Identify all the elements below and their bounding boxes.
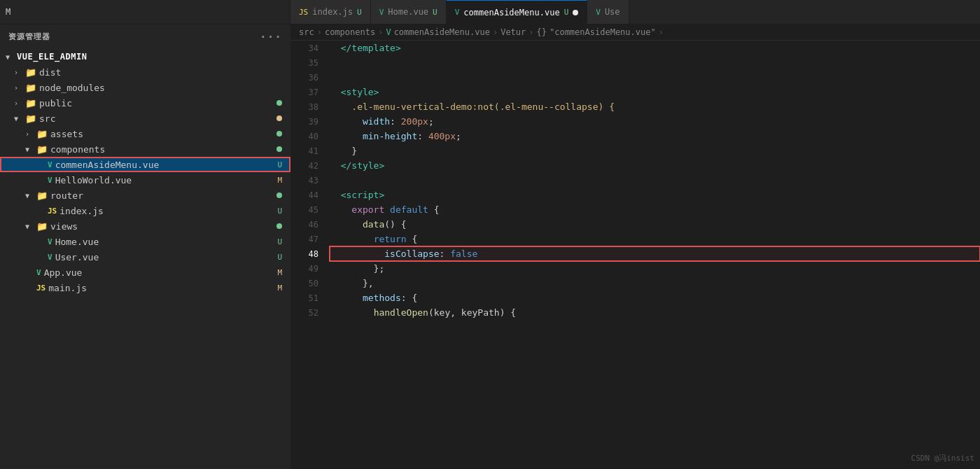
code-token: default — [390, 202, 428, 217]
crumb-src: src — [299, 27, 314, 37]
sidebar-item-main-js[interactable]: JS main.js M — [0, 280, 290, 295]
file-tree: ▼ VUE_ELE_ADMIN › 📁 dist › 📁 node_module… — [0, 49, 290, 469]
chevron-down-icon: ▼ — [25, 223, 34, 230]
tree-item-label: public — [39, 98, 274, 108]
tab-user-vue[interactable]: V Use — [587, 0, 629, 24]
tree-item-label: components — [50, 144, 274, 155]
chevron-down-icon: ▼ — [25, 192, 34, 200]
js-file-icon: JS — [36, 284, 46, 293]
tree-root[interactable]: ▼ VUE_ELE_ADMIN — [0, 49, 290, 64]
code-token: </style> — [341, 158, 385, 173]
code-line-48: isCollapse: false — [330, 246, 980, 261]
code-token — [330, 232, 374, 246]
tree-item-label: router — [50, 190, 274, 201]
sidebar-item-commen-aside-menu[interactable]: V commenAsideMenu.vue U — [0, 157, 290, 172]
code-token: .el-menu-vertical-demo:not(.el-menu--col… — [330, 99, 615, 114]
sidebar-item-router-index[interactable]: JS index.js U — [0, 203, 290, 218]
chevron-right-icon: › — [25, 130, 34, 138]
modified-dot — [276, 192, 282, 198]
code-line-41: } — [330, 144, 980, 158]
code-line-42: </style> — [330, 158, 980, 173]
sidebar-item-assets[interactable]: › 📁 assets — [0, 126, 290, 141]
tab-commen-aside[interactable]: V commenAsideMenu.vue U — [447, 0, 588, 24]
tab-bar-left-label: M — [6, 7, 10, 17]
tabs-container: JS index.js U V Home.vue U V commenAside… — [290, 0, 629, 24]
sidebar-item-app-vue[interactable]: V App.vue M — [0, 265, 290, 280]
sidebar-item-dist[interactable]: › 📁 dist — [0, 64, 290, 80]
code-token: } — [330, 144, 357, 158]
more-options-icon[interactable]: ··· — [260, 30, 282, 43]
code-token: 400px — [428, 129, 456, 144]
vue-file-icon: V — [48, 237, 52, 246]
tree-item-label: HelloWorld.vue — [55, 175, 275, 186]
vue-icon: V — [379, 8, 384, 17]
sep: › — [493, 27, 498, 37]
modified-dot — [276, 131, 282, 136]
line-num: 41 — [290, 144, 318, 158]
chevron-right-icon: › — [14, 84, 22, 92]
modified-dot — [276, 100, 282, 106]
tree-item-label: User.vue — [55, 252, 275, 262]
tab-badge: U — [433, 8, 438, 17]
line-num: 40 — [290, 129, 318, 144]
tree-item-label: main.js — [48, 283, 274, 293]
folder-icon: 📁 — [36, 221, 48, 232]
sidebar-title: 资源管理器 — [8, 31, 50, 42]
code-token: : { — [401, 290, 417, 305]
line-num: 39 — [290, 114, 318, 129]
code-token: export — [351, 202, 384, 217]
vue-file-icon: V — [36, 268, 41, 277]
code-token: { — [428, 202, 440, 217]
sep: › — [659, 27, 664, 37]
code-line-36 — [330, 70, 980, 85]
code-token: handleOpen — [374, 305, 428, 320]
sep: › — [528, 27, 533, 37]
tab-label: index.js — [312, 7, 353, 17]
code-token: methods — [363, 290, 401, 305]
code-token — [330, 305, 374, 320]
line-num: 45 — [290, 202, 318, 217]
line-num: 42 — [290, 158, 318, 173]
folder-icon: 📁 — [36, 144, 48, 155]
sidebar-item-user-vue[interactable]: V User.vue U — [0, 249, 290, 265]
code-line-52: handleOpen(key, keyPath) { — [330, 305, 980, 320]
code-line-51: methods: { — [330, 290, 980, 305]
folder-icon: 📁 — [25, 113, 36, 124]
sidebar-item-home-vue[interactable]: V Home.vue U — [0, 234, 290, 249]
vue-icon: V — [596, 8, 601, 17]
breadcrumb: src › components › V commenAsideMenu.vue… — [290, 24, 980, 41]
code-token: : — [440, 246, 451, 261]
sidebar-item-node-modules[interactable]: › 📁 node_modules — [0, 80, 290, 95]
code-token: (key, keyPath) { — [428, 305, 516, 320]
js-icon: JS — [299, 8, 308, 17]
sidebar-item-router[interactable]: ▼ 📁 router — [0, 188, 290, 203]
line-num: 36 — [290, 70, 318, 85]
chevron-icon: ▼ — [6, 53, 14, 61]
vue-file-icon: V — [48, 253, 52, 262]
tab-modified-dot — [573, 10, 578, 15]
sidebar-item-views[interactable]: ▼ 📁 views — [0, 218, 290, 234]
code-line-39: width: 200px; — [330, 114, 980, 129]
tab-bar: M JS index.js U V Home.vue U V commenAsi… — [0, 0, 980, 24]
tab-index-js[interactable]: JS index.js U — [290, 0, 371, 24]
sidebar-item-components[interactable]: ▼ 📁 components — [0, 141, 290, 157]
tree-item-label: Home.vue — [55, 237, 275, 247]
code-token: { — [407, 232, 418, 246]
code-token: </template> — [341, 41, 401, 55]
sidebar-item-src[interactable]: ▼ 📁 src — [0, 111, 290, 126]
code-line-35 — [330, 55, 980, 70]
code-lines[interactable]: </template> <style> .el-menu-vertical-de… — [324, 41, 980, 469]
chevron-right-icon: › — [14, 69, 22, 76]
tab-home-vue[interactable]: V Home.vue U — [371, 0, 447, 24]
code-token — [330, 41, 341, 55]
code-line-37: <style> — [330, 85, 980, 99]
sidebar-item-public[interactable]: › 📁 public — [0, 95, 290, 111]
vue-file-icon: V — [48, 160, 52, 169]
folder-icon: 📁 — [25, 83, 36, 93]
code-line-34: </template> — [330, 41, 980, 55]
sidebar-item-hello-world[interactable]: V HelloWorld.vue M — [0, 172, 290, 188]
crumb-quote: "commenAsideMenu.vue" — [550, 27, 656, 37]
line-num: 51 — [290, 290, 318, 305]
crumb-components: components — [325, 27, 375, 37]
line-num: 38 — [290, 99, 318, 114]
